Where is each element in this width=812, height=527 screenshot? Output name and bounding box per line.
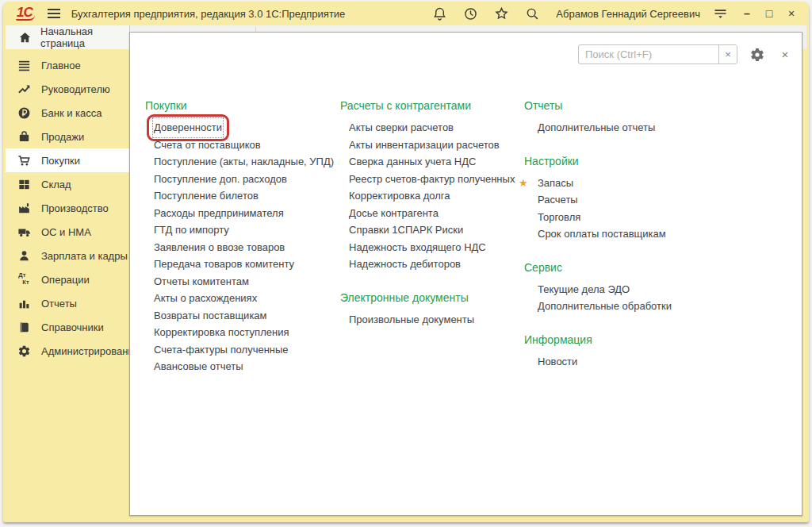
menu-item[interactable]: Надежность дебиторов — [340, 256, 523, 273]
menu-item[interactable]: ★Запасы — [524, 175, 724, 192]
menu-item[interactable]: Поступление билетов — [145, 187, 337, 205]
sidebar-item-glavnoe[interactable]: Главное — [6, 53, 130, 77]
minimize-button[interactable]: – — [736, 2, 758, 25]
menu-item[interactable]: Возвраты поставщикам — [145, 307, 337, 325]
gear-icon — [17, 344, 31, 358]
menu-item-label: Заявления о ввозе товаров — [154, 239, 285, 256]
ruble-circle-icon — [17, 106, 31, 120]
menu-group: Настройки ★Запасы Расчеты Торговля Срок … — [524, 155, 724, 243]
sidebar-item-sklad[interactable]: Склад — [6, 172, 130, 196]
sidebar-item-label: Покупки — [41, 155, 80, 167]
sidebar-nav: Главное Руководителю Банк и касса Продаж… — [6, 49, 130, 520]
menu-item[interactable]: Текущие дела ЭДО — [524, 281, 724, 298]
menu-item[interactable]: Счета-фактуры полученные — [145, 341, 337, 359]
menu-item[interactable]: Новости — [524, 353, 724, 371]
sidebar-item-administrirovanie[interactable]: Администрирование — [6, 339, 130, 363]
book-icon — [17, 320, 31, 334]
group-title: Расчеты с контрагентами — [340, 99, 523, 112]
menu-item[interactable]: Авансовые отчеты — [145, 358, 337, 375]
menu-item[interactable]: Срок оплаты поставщикам — [524, 225, 724, 243]
home-icon — [17, 30, 32, 44]
menu-item-label: Торговля — [538, 209, 580, 226]
search-clear-icon[interactable]: × — [718, 45, 737, 63]
sidebar-item-label: Зарплата и кадры — [41, 250, 128, 262]
menu-item[interactable]: Передача товаров комитенту — [145, 256, 337, 273]
menu-item[interactable]: Произвольные документы — [340, 311, 523, 329]
close-button[interactable]: × — [780, 2, 802, 25]
favorites-star-icon[interactable] — [493, 6, 510, 22]
panel-search-row: × × — [578, 44, 791, 64]
sidebar-item-proizvodstvo[interactable]: Производство — [6, 196, 130, 220]
sidebar-item-label: Отчеты — [41, 298, 77, 310]
menu-item[interactable]: Заявления о ввозе товаров — [145, 239, 337, 256]
menu-item[interactable]: Дополнительные отчеты — [524, 119, 724, 137]
sidebar-item-zarplata-i-kadry[interactable]: Зарплата и кадры — [6, 244, 130, 267]
menu-item[interactable]: Торговля — [524, 209, 724, 226]
settings-gear-icon[interactable] — [749, 47, 765, 63]
menu-item-label: Надежность входящего НДС — [349, 239, 486, 256]
menu-item[interactable]: Расходы предпринимателя — [145, 205, 337, 222]
maximize-button[interactable]: □ — [758, 2, 780, 25]
menu-item[interactable]: Реестр счетов-фактур полученных — [340, 171, 523, 188]
sidebar-item-otchety[interactable]: Отчеты — [6, 291, 130, 315]
menu-item-label: Произвольные документы — [349, 311, 474, 329]
global-search-icon[interactable] — [524, 6, 541, 22]
menu-item[interactable]: Справки 1СПАРК Риски — [340, 221, 523, 239]
menu-column-2: Расчеты с контрагентами Акты сверки расч… — [340, 99, 523, 346]
menu-item-label: Текущие дела ЭДО — [538, 281, 630, 298]
current-user[interactable]: Абрамов Геннадий Сергеевич — [556, 8, 700, 20]
menu-item[interactable]: Корректировка долга — [340, 187, 523, 205]
menu-item-label: Доверенности — [154, 119, 222, 137]
sidebar-item-bank-i-kassa[interactable]: Банк и касса — [6, 101, 130, 125]
menu-item[interactable]: Поступление (акты, накладные, УПД) — [145, 153, 337, 171]
onec-logo: 1С — [16, 6, 35, 21]
bag-icon — [17, 129, 31, 144]
window-title: Бухгалтерия предприятия, редакция 3.0 1С… — [71, 8, 346, 20]
service-menu-icon[interactable] — [712, 6, 729, 22]
history-icon[interactable] — [462, 6, 479, 22]
menu-item-label: Справки 1СПАРК Риски — [349, 221, 463, 239]
menu-group: Сервис Текущие дела ЭДО Дополнительные о… — [524, 261, 724, 315]
search-input[interactable] — [579, 45, 718, 63]
menu-item[interactable]: Отчеты комитентам — [145, 273, 337, 290]
sidebar-item-operacii[interactable]: ДтКт Операции — [6, 267, 130, 291]
sidebar-item-pokupki[interactable]: Покупки — [6, 148, 130, 172]
sidebar-item-os-i-nma[interactable]: ОС и НМА — [6, 220, 130, 244]
menu-item-label: Надежность дебиторов — [349, 256, 461, 273]
group-title: Электронные документы — [340, 291, 523, 304]
menu-item[interactable]: Расчеты — [524, 191, 724, 209]
sidebar-item-spravochniki[interactable]: Справочники — [6, 315, 130, 339]
menu-group: Электронные документы Произвольные докум… — [340, 291, 523, 329]
main-menu-icon[interactable] — [46, 6, 62, 21]
notifications-bell-icon[interactable] — [431, 6, 448, 22]
factory-icon — [17, 201, 31, 215]
menu-item[interactable]: Счета от поставщиков — [145, 137, 337, 154]
menu-item[interactable]: Акты сверки расчетов — [340, 119, 523, 137]
menu-item-label: Расходы предпринимателя — [154, 205, 284, 222]
group-items: Доверенности Счета от поставщиков Поступ… — [145, 119, 337, 375]
menu-item-label: Акты сверки расчетов — [349, 119, 454, 137]
menu-item[interactable]: Надежность входящего НДС — [340, 239, 523, 256]
menu-item[interactable]: Дополнительные обработки — [524, 298, 724, 315]
sidebar-item-prodazhi[interactable]: Продажи — [6, 125, 130, 148]
menu-item[interactable]: Сверка данных учета НДС — [340, 153, 523, 171]
menu-item-label: Авансовые отчеты — [154, 358, 243, 375]
sidebar-item-label: Операции — [41, 274, 90, 286]
tab-home-page[interactable]: Начальная страница — [6, 25, 130, 49]
sidebar-item-rukovoditelyu[interactable]: Руководителю — [6, 77, 130, 101]
search-box: × — [578, 44, 737, 64]
menu-item[interactable]: ГТД по импорту — [145, 221, 337, 239]
menu-item[interactable]: Корректировка поступления — [145, 324, 337, 341]
group-items: Дополнительные отчеты — [524, 119, 724, 137]
menu-item[interactable]: Акты инвентаризации расчетов — [340, 137, 523, 154]
menu-group: Покупки Доверенности Счета от поставщико… — [145, 99, 337, 375]
menu-item[interactable]: Акты о расхождениях — [145, 290, 337, 307]
menu-column-1: Покупки Доверенности Счета от поставщико… — [145, 99, 337, 394]
menu-item[interactable]: Поступление доп. расходов — [145, 171, 337, 188]
menu-item[interactable]: Досье контрагента — [340, 205, 523, 222]
panel-close-icon[interactable]: × — [779, 48, 791, 61]
menu-group: Информация Новости — [524, 333, 724, 371]
favorite-star-icon: ★ — [519, 175, 528, 192]
sidebar-item-label: Продажи — [41, 131, 84, 143]
menu-item-highlighted[interactable]: Доверенности — [145, 119, 337, 137]
